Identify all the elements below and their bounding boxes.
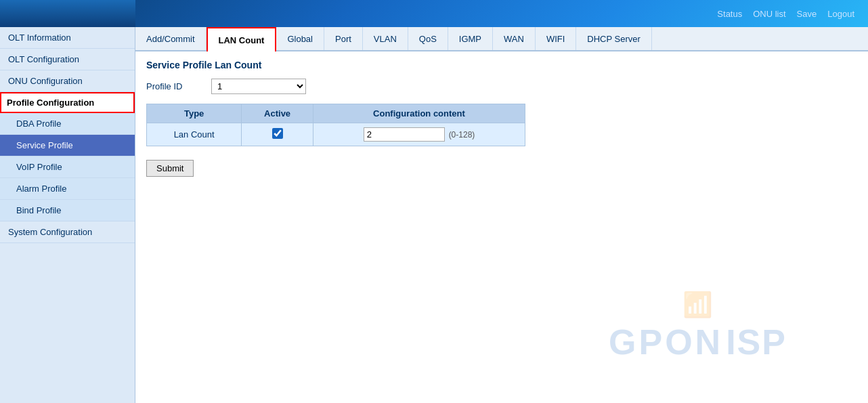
watermark: 📶 GPON ISP	[609, 291, 787, 362]
tab-add-commit[interactable]: Add/Commit	[135, 27, 207, 50]
config-range: (0-128)	[449, 130, 475, 140]
sidebar-item-onu-configuration[interactable]: ONU Configuration	[0, 70, 135, 92]
sidebar: OLT Information OLT Configuration ONU Co…	[0, 27, 135, 403]
col-config: Configuration content	[313, 104, 525, 123]
watermark-isp: ISP	[726, 322, 787, 362]
sidebar-item-service-profile[interactable]: Service Profile	[0, 135, 135, 156]
active-checkbox[interactable]	[272, 128, 283, 139]
onu-list-link[interactable]: ONU list	[753, 9, 785, 19]
content-area: Service Profile Lan Count Profile ID 1 2…	[135, 51, 868, 403]
sidebar-item-bind-profile[interactable]: Bind Profile	[0, 200, 135, 221]
sidebar-item-dba-profile[interactable]: DBA Profile	[0, 113, 135, 135]
header-bg	[0, 0, 135, 27]
tab-wan[interactable]: WAN	[493, 27, 536, 50]
profile-id-label: Profile ID	[146, 81, 200, 91]
header: Status ONU list Save Logout	[0, 0, 868, 27]
sidebar-item-profile-configuration[interactable]: Profile Configuration	[0, 92, 135, 113]
sidebar-item-system-configuration[interactable]: System Configuration	[0, 221, 135, 243]
status-link[interactable]: Status	[717, 9, 742, 19]
tabbar: Add/Commit LAN Count Global Port VLAN Qo…	[135, 27, 868, 51]
page-title: Service Profile Lan Count	[146, 60, 857, 70]
submit-button[interactable]: Submit	[146, 160, 194, 177]
sidebar-item-olt-configuration[interactable]: OLT Configuration	[0, 49, 135, 70]
col-type: Type	[147, 104, 242, 123]
profile-id-row: Profile ID 1 2 3 4	[146, 79, 857, 94]
tab-lan-count[interactable]: LAN Count	[207, 27, 277, 51]
save-link[interactable]: Save	[797, 9, 817, 19]
col-active: Active	[242, 104, 313, 123]
watermark-gpon: GPON	[609, 322, 723, 362]
layout: OLT Information OLT Configuration ONU Co…	[0, 27, 868, 403]
tab-wifi[interactable]: WIFI	[536, 27, 576, 50]
tab-global[interactable]: Global	[276, 27, 324, 50]
main-area: Add/Commit LAN Count Global Port VLAN Qo…	[135, 27, 868, 403]
tab-port[interactable]: Port	[324, 27, 363, 50]
sidebar-item-alarm-profile[interactable]: Alarm Profile	[0, 178, 135, 200]
table-row: Lan Count (0-128)	[147, 123, 525, 146]
sidebar-item-voip-profile[interactable]: VoIP Profile	[0, 156, 135, 178]
lan-count-table: Type Active Configuration content Lan Co…	[146, 104, 525, 146]
config-value-input[interactable]	[364, 127, 445, 142]
wifi-watermark-icon: 📶	[682, 291, 713, 319]
tab-dhcp-server[interactable]: DHCP Server	[576, 27, 652, 50]
logout-link[interactable]: Logout	[827, 9, 854, 19]
row-type: Lan Count	[147, 123, 242, 146]
tab-igmp[interactable]: IGMP	[448, 27, 493, 50]
row-active	[242, 123, 313, 146]
tab-qos[interactable]: QoS	[408, 27, 448, 50]
header-links: Status ONU list Save Logout	[717, 9, 854, 19]
sidebar-item-olt-information[interactable]: OLT Information	[0, 27, 135, 49]
tab-vlan[interactable]: VLAN	[363, 27, 408, 50]
row-config: (0-128)	[313, 123, 525, 146]
profile-id-select[interactable]: 1 2 3 4	[211, 79, 306, 94]
